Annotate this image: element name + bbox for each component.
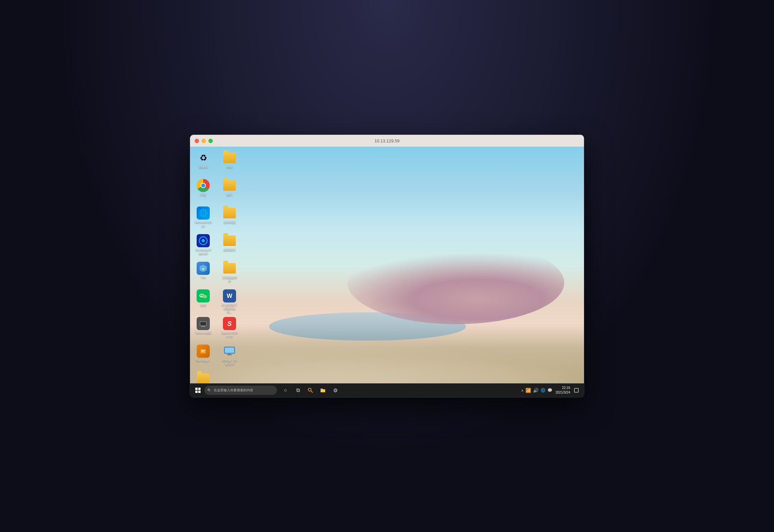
wechat-label: 微信 — [200, 303, 206, 307]
desktop-icon-word-doc[interactable]: W 67.新形势下买国科技等... — [220, 288, 239, 314]
folder-disk-label: 主机磁盘软件 — [221, 276, 238, 283]
desktop-icon-edge[interactable]: 🌐 Microsoft Edge — [193, 205, 213, 231]
svg-rect-23 — [574, 388, 578, 392]
svg-point-4 — [203, 295, 207, 298]
desktop-icon-recycle[interactable]: ♻ 回收站 — [193, 150, 213, 176]
desktop-icon-wechat[interactable]: 微信 — [193, 288, 213, 314]
spyder-label: SpyderVIElite 5.5 — [221, 331, 238, 338]
desktop-icon-samsung[interactable]: Samsung Magician — [193, 233, 213, 259]
close-button[interactable] — [195, 139, 199, 143]
wechat-icon — [197, 289, 210, 302]
tim-icon: ★ — [197, 262, 210, 275]
svg-line-22 — [311, 391, 313, 393]
svg-rect-8 — [200, 322, 206, 326]
traffic-lights — [195, 139, 213, 143]
desktop-icon-folder-mock[interactable]: 模拟面试 — [220, 233, 239, 259]
spyder-icon: S — [223, 317, 236, 330]
file-explorer-button[interactable] — [317, 384, 329, 396]
folder-problems-label: 各种时题 — [224, 221, 235, 224]
wallpaper — [190, 147, 584, 383]
word-doc-icon: W — [223, 289, 236, 302]
svg-rect-9 — [201, 326, 205, 327]
recycle-label: 回收站 — [199, 165, 208, 169]
desktop-icon-chrome[interactable]: 待追 — [193, 178, 213, 204]
folder-problems-icon — [223, 206, 236, 220]
desktop-icon-folder-problems[interactable]: 各种时题 — [220, 205, 239, 231]
window-title: 10.13.129.59 — [375, 138, 399, 143]
svg-rect-11 — [201, 350, 205, 351]
edge-icon: 🌐 — [197, 206, 210, 220]
folder-mock-label: 模拟面试 — [224, 248, 235, 252]
chevron-up-icon[interactable]: ∧ — [521, 389, 523, 392]
desktop-icon-surface[interactable]: Surface磁盘 — [193, 316, 213, 342]
desktop: ♻ 回收站 待追 待追 — [190, 147, 584, 383]
start-button[interactable] — [193, 385, 203, 396]
monitor-label: 此电脑 - 快捷方式 — [221, 359, 238, 366]
taskbar-search-placeholder: 在这里输入你要搜索的内容 — [214, 388, 253, 393]
mac-window: 10.13.129.59 ♻ 回收站 待追 — [190, 134, 584, 398]
chrome-label: 待追 — [200, 193, 206, 197]
monitor-icon — [223, 345, 236, 358]
svg-rect-19 — [195, 391, 198, 393]
svg-rect-12 — [201, 351, 204, 352]
notification-area[interactable] — [571, 385, 581, 396]
settings-button[interactable]: ⚙ — [329, 384, 341, 396]
svg-text:★: ★ — [202, 267, 205, 271]
svg-rect-18 — [198, 388, 201, 390]
folder-wallpaper-icon — [197, 372, 210, 383]
taskbar-right: ∧ 📶 🔊 🌐 💬 22:16 2021/3/24 — [521, 385, 582, 396]
cortana-button[interactable]: ○ — [279, 384, 291, 396]
taskbar: 🔍 在这里输入你要搜索的内容 ○ ⧉ ⚙ — [190, 383, 584, 397]
search-highlight-button[interactable] — [304, 384, 316, 396]
desktop-icon-folder-disk[interactable]: 主机磁盘软件 — [220, 260, 239, 287]
desktop-icons-container: ♻ 回收站 待追 待追 — [193, 150, 239, 383]
svg-rect-15 — [228, 353, 231, 354]
synology-label: Synology... — [196, 359, 210, 362]
svg-point-1 — [202, 239, 205, 242]
taskbar-center-icons: ○ ⧉ ⚙ — [279, 384, 341, 396]
svg-rect-20 — [198, 391, 201, 393]
word-doc-label: 67.新形势下买国科技等... — [221, 303, 238, 314]
clock-time: 22:16 — [556, 386, 570, 390]
svg-point-5 — [201, 295, 202, 296]
clock-date: 2021/3/24 — [556, 390, 570, 395]
chrome-icon — [197, 179, 210, 192]
taskbar-search-icon: 🔍 — [207, 388, 212, 393]
surface-label: Surface磁盘 — [195, 331, 211, 335]
minimize-button[interactable] — [202, 139, 206, 143]
folder-pending-label: 待追 — [227, 165, 232, 169]
volume-icon[interactable]: 🔊 — [533, 388, 539, 393]
task-view-button[interactable]: ⧉ — [292, 384, 304, 396]
surface-icon — [197, 317, 210, 330]
folder-mock-icon — [223, 234, 236, 247]
folder-pending-icon — [223, 151, 236, 164]
title-bar: 10.13.129.59 — [190, 135, 584, 147]
desktop-icon-folder-disc[interactable]: 磁片 — [220, 178, 239, 204]
desktop-icon-tim[interactable]: ★ TIM — [193, 260, 213, 287]
svg-point-6 — [202, 295, 203, 296]
desktop-icon-folder-pending[interactable]: 待追 — [220, 150, 239, 176]
samsung-label: Samsung Magician — [195, 248, 212, 255]
desktop-icon-monitor[interactable]: 此电脑 - 快捷方式 — [220, 343, 239, 370]
desktop-icon-synology[interactable]: Synology... — [193, 343, 213, 370]
wifi-icon[interactable]: 📶 — [525, 388, 531, 393]
maximize-button[interactable] — [208, 139, 213, 143]
folder-disc-label: 磁片 — [227, 193, 232, 197]
svg-point-21 — [308, 388, 311, 391]
svg-rect-17 — [195, 388, 198, 390]
taskbar-clock[interactable]: 22:16 2021/3/24 — [556, 386, 570, 395]
water-reflection — [269, 312, 466, 341]
desktop-icon-folder-wallpaper[interactable]: 壁纸 — [193, 371, 213, 383]
synology-icon — [197, 345, 210, 358]
taskbar-search-bar[interactable]: 🔍 在这里输入你要搜索的内容 — [205, 386, 277, 395]
svg-rect-16 — [227, 354, 232, 355]
folder-disk-icon — [223, 262, 236, 275]
folder-disc-icon — [223, 179, 236, 192]
desktop-icon-spyder[interactable]: S SpyderVIElite 5.5 — [220, 316, 239, 342]
tim-label: TIM — [201, 276, 206, 279]
message-icon[interactable]: 💬 — [547, 388, 552, 393]
svg-rect-14 — [225, 348, 234, 353]
samsung-icon — [197, 234, 210, 247]
system-tray-icons: ∧ 📶 🔊 🌐 💬 — [521, 388, 552, 393]
network-icon[interactable]: 🌐 — [541, 388, 545, 393]
